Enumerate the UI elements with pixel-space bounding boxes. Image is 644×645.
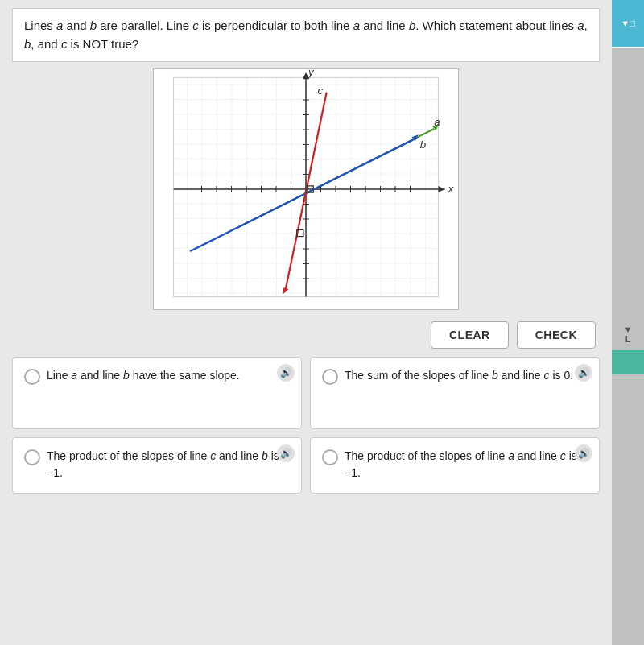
svg-text:x: x [448,183,455,195]
action-buttons: CLEAR CHECK [0,316,612,357]
bottom-cards-row: 🔊 The product of the slopes of line c an… [0,437,612,494]
right-panel-green [612,350,644,374]
sound-icon-4[interactable]: 🔊 [575,444,592,462]
answer-card-4: 🔊 The product of the slopes of line a an… [310,437,600,494]
svg-text:y: y [308,69,315,78]
answer-text-3: The product of the slopes of line c and … [47,448,290,482]
radio-3[interactable] [24,449,40,465]
right-panel: ▼□ ▼ L [612,0,644,645]
answer-card-3: 🔊 The product of the slopes of line c an… [12,437,302,494]
clear-button[interactable]: CLEAR [431,321,509,349]
answers-grid: 🔊 Line a and line b have the same slope.… [0,357,612,429]
svg-text:b: b [420,139,427,151]
sound-icon-1[interactable]: 🔊 [277,364,295,382]
panel-label: L [625,334,631,344]
radio-2[interactable] [322,369,338,385]
svg-text:c: c [317,85,323,97]
right-panel-top: ▼□ [612,0,644,48]
sound-icon-3[interactable]: 🔊 [277,444,295,462]
answer-card-2: 🔊 The sum of the slopes of line b and li… [310,357,600,429]
radio-1[interactable] [24,369,40,385]
radio-4[interactable] [322,449,338,465]
answer-text-4: The product of the slopes of line a and … [345,448,588,482]
graph-area: x y a b c [153,68,459,310]
sound-icon-2[interactable]: 🔊 [575,364,592,382]
check-button[interactable]: CHECK [517,321,596,349]
answer-text-2: The sum of the slopes of line b and line… [345,367,573,384]
answer-text-1: Line a and line b have the same slope. [47,367,240,384]
answer-card-1: 🔊 Line a and line b have the same slope. [12,357,302,429]
svg-text:a: a [434,116,440,128]
question-text: Lines a and b are parallel. Line c is pe… [12,8,600,62]
